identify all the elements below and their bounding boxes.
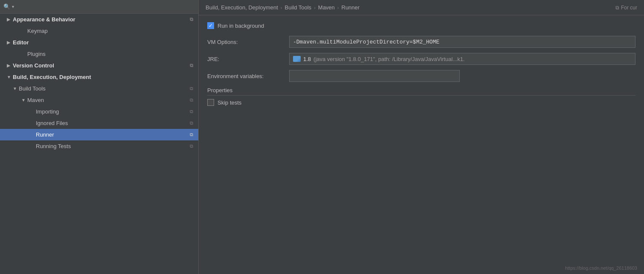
- properties-title: Properties: [207, 87, 635, 96]
- vm-options-label: VM Options:: [207, 39, 284, 45]
- sidebar-list: ▶ Appearance & Behavior ⧉ Keymap ▶ Edito…: [0, 14, 198, 274]
- sidebar-item-label: Ignored Files: [36, 120, 186, 126]
- copy-icon: ⧉: [190, 63, 193, 68]
- jre-label: JRE:: [207, 56, 284, 62]
- env-vars-row: Environment variables:: [207, 70, 635, 82]
- skip-tests-checkbox[interactable]: [207, 99, 214, 106]
- copy-icon: ⧉: [190, 143, 193, 149]
- search-bar[interactable]: 🔍▾: [0, 0, 198, 14]
- sidebar-item-running-tests[interactable]: Running Tests ⧉: [0, 140, 198, 152]
- run-in-background-checkbox[interactable]: ✓: [207, 22, 214, 29]
- sidebar-item-plugins[interactable]: Plugins: [0, 48, 198, 60]
- sidebar-item-label: Keymap: [27, 28, 193, 34]
- sidebar-item-appearance[interactable]: ▶ Appearance & Behavior ⧉: [0, 14, 198, 25]
- for-current-text: For cur: [621, 5, 637, 11]
- sidebar-item-build-exec-deploy[interactable]: ▼ Build, Execution, Deployment: [0, 71, 198, 83]
- copy-icon: ⧉: [190, 86, 193, 91]
- sidebar-item-label: Runner: [36, 131, 186, 138]
- breadcrumb-sep-3: ›: [337, 5, 339, 10]
- footer-url: https://blog.csdn.net/qq_26118603: [565, 265, 637, 271]
- jre-row: JRE: 1.8 (java version "1.8.0_171", path…: [207, 53, 635, 65]
- breadcrumb-sep-1: ›: [281, 5, 282, 10]
- sidebar-item-maven[interactable]: ▼ Maven ⧉: [0, 94, 198, 106]
- copy-icon: ⧉: [190, 132, 193, 137]
- for-current: ⧉ For cur: [615, 5, 637, 11]
- sidebar-item-importing[interactable]: Importing ⧉: [0, 106, 198, 117]
- sidebar-item-label: Importing: [36, 108, 186, 115]
- sidebar-item-editor[interactable]: ▶ Editor: [0, 37, 198, 48]
- breadcrumb-item-2: Build Tools: [284, 4, 311, 11]
- run-in-background-label: Run in background: [218, 23, 264, 29]
- sidebar-item-label: Plugins: [27, 51, 193, 57]
- env-vars-input[interactable]: [289, 70, 460, 82]
- jre-icon: [293, 56, 301, 62]
- sidebar-item-label: Build Tools: [19, 85, 186, 92]
- arrow-icon: ▶: [7, 63, 13, 68]
- properties-section: Properties Skip tests: [207, 87, 635, 108]
- env-vars-label: Environment variables:: [207, 73, 284, 79]
- sidebar-item-keymap[interactable]: Keymap: [0, 25, 198, 37]
- jre-detail: (java version "1.8.0_171", path: /Librar…: [313, 56, 464, 62]
- arrow-icon: ▼: [7, 75, 13, 79]
- breadcrumb-sep-2: ›: [314, 5, 316, 10]
- copy-icon: ⧉: [190, 109, 193, 114]
- sidebar-item-version-control[interactable]: ▶ Version Control ⧉: [0, 60, 198, 71]
- arrow-icon: ▼: [21, 98, 27, 102]
- sidebar-item-label: Build, Execution, Deployment: [13, 74, 193, 80]
- copy-icon: ⧉: [190, 97, 193, 103]
- sidebar-item-build-tools[interactable]: ▼ Build Tools ⧉: [0, 83, 198, 94]
- arrow-icon: ▶: [7, 40, 13, 45]
- sidebar-item-label: Editor: [13, 39, 193, 46]
- arrow-icon: ▶: [7, 17, 13, 22]
- run-in-background-row: ✓ Run in background: [207, 22, 635, 29]
- skip-tests-label: Skip tests: [218, 99, 241, 106]
- copy-icon: ⧉: [190, 17, 193, 22]
- vm-options-row: VM Options:: [207, 36, 635, 48]
- breadcrumb-item-3: Maven: [318, 4, 335, 11]
- sidebar: 🔍▾ ▶ Appearance & Behavior ⧉ Keymap ▶ Ed…: [0, 0, 199, 274]
- skip-tests-row: Skip tests: [207, 99, 635, 106]
- jre-selector[interactable]: 1.8 (java version "1.8.0_171", path: /Li…: [289, 53, 635, 65]
- sidebar-item-label: Running Tests: [36, 143, 186, 149]
- copy-icon: ⧉: [190, 120, 193, 126]
- jre-version: 1.8: [303, 56, 311, 62]
- main-panel: Build, Execution, Deployment › Build Too…: [199, 0, 644, 274]
- sidebar-item-label: Appearance & Behavior: [13, 16, 186, 23]
- arrow-icon: ▼: [13, 86, 19, 91]
- breadcrumb-item-4: Runner: [342, 4, 360, 11]
- sidebar-item-label: Version Control: [13, 62, 186, 69]
- breadcrumb: Build, Execution, Deployment › Build Too…: [199, 0, 644, 15]
- copy-small-icon: ⧉: [615, 5, 619, 11]
- search-icon: 🔍▾: [3, 3, 14, 10]
- sidebar-item-ignored-files[interactable]: Ignored Files ⧉: [0, 117, 198, 129]
- sidebar-item-runner[interactable]: Runner ⧉: [0, 129, 198, 140]
- breadcrumb-item-1: Build, Execution, Deployment: [206, 4, 278, 11]
- settings-panel: ✓ Run in background VM Options: JRE: 1.8…: [199, 15, 644, 274]
- sidebar-item-label: Maven: [27, 97, 186, 103]
- vm-options-input[interactable]: [289, 36, 635, 48]
